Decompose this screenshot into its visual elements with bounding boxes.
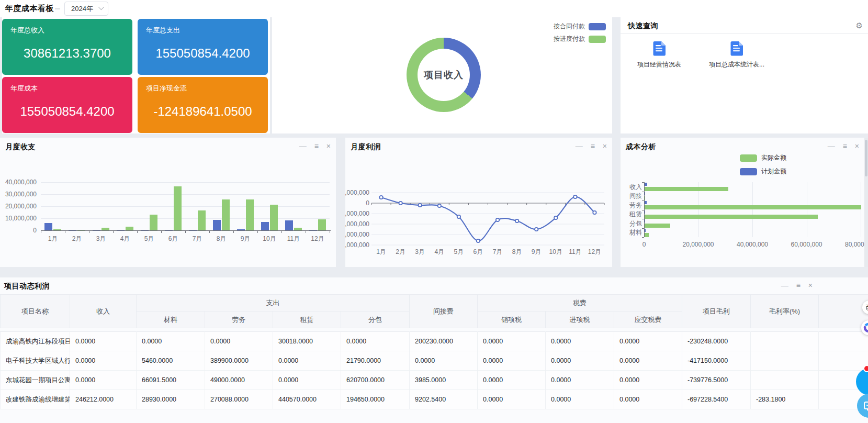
table-cell: 200230.0000 [410,332,478,351]
bar [44,223,52,230]
table-cell: 0.0000 [341,332,410,351]
table-cell: 0.0000 [478,332,546,351]
table-row: 电子科技大学区域人行0.00005460.0000389900.00000.00… [1,351,868,371]
legend-item[interactable]: 按合同付款 [554,22,606,31]
bar [309,230,317,230]
bar [645,210,645,214]
scrollbar-thumb[interactable] [865,140,867,176]
bar [77,230,85,230]
axis-tick [642,182,644,183]
table-cell: 270088.0000 [205,390,273,409]
x-axis-tick-label: 5月 [137,235,161,243]
column-header: 租赁 [273,311,341,328]
document-icon [730,41,744,56]
table-cell [751,351,819,371]
axis-tick [209,231,210,233]
bar [93,230,100,230]
donut-chart: 项目收入 [407,38,481,112]
legend-color-chip [589,23,606,30]
bar [246,199,254,230]
kpi-section: 年度总收入30861213.3700年度总支出155050854.4200年度成… [2,17,270,133]
notification-dot [863,365,868,372]
table-cell: 28930.0000 [137,390,205,409]
quick-query-item-label: 项目经营情况表 [637,60,681,69]
x-axis-tick-label: 4月 [113,235,137,243]
monthly-inout-panel: 月度收支 —≡× 40,000,00030,000,00020,000,0001… [0,138,336,267]
menu-icon[interactable]: ≡ [796,282,801,294]
column-header: 项目毛利 [682,295,751,328]
cost-analysis-panel: 成本分析 —≡× 实际金额计划金额020,000,00040,000,00060… [621,138,864,267]
quick-query-panel: 快速查询 ⚙ 项目经营情况表 项目总成本统计表... [621,17,868,133]
bar [645,183,647,186]
bar [69,230,76,230]
axis-tick [41,231,41,233]
bar [645,224,670,228]
bar [645,192,645,195]
table-cell: 0.0000 [546,332,614,351]
project-profit-table: 项目名称收入支出间接费税费项目毛利毛利率(%)材料劳务租赁分包销项税进项税应交税… [0,294,868,409]
close-icon[interactable]: × [808,282,813,294]
svg-text:4月: 4月 [434,248,444,255]
svg-text:9月: 9月 [532,248,542,255]
table-cell: 0.0000 [614,390,682,409]
gear-icon[interactable]: ⚙ [856,21,863,33]
svg-text:,000,000: ,000,000 [345,231,369,238]
table-cell: 440570.0000 [273,390,341,409]
table-head: 项目名称收入支出间接费税费项目毛利毛利率(%)材料劳务租赁分包销项税进项税应交税… [1,295,868,328]
table-cell: 0.0000 [478,371,546,390]
legend-item[interactable]: 实际金额 [740,153,786,162]
axis-tick [642,201,644,201]
year-select-value: 2024年 [71,4,93,14]
kpi-card: 项目净现金流-124189641.0500 [138,77,268,133]
column-header: 销项税 [478,311,546,328]
legend-label: 按进度付款 [554,35,585,43]
header-row: 项目名称收入支出间接费税费项目毛利毛利率(%) [1,295,868,311]
minimize-icon[interactable]: — [781,282,788,294]
table-cell: 0.0000 [546,371,614,390]
scrollbar[interactable] [864,138,868,267]
axis-tick [113,231,114,233]
column-header: 间接费 [410,295,478,328]
quick-query-item[interactable]: 项目总成本统计表... [705,41,768,69]
bar [645,187,728,191]
x-axis-tick-label: 80,000,000 [837,241,868,248]
y-axis-tick-label: 0 [0,227,37,234]
column-header: 分包 [341,311,410,328]
x-axis-tick-label: 40,000,000 [729,241,776,248]
svg-text:3月: 3月 [415,248,425,255]
column-header: 应交税费 [614,311,682,328]
svg-text:10月: 10月 [549,248,562,255]
svg-text:,000,000: ,000,000 [345,189,369,196]
table-cell: 0.0000 [546,390,614,409]
y-axis-tick-label: 20,000,000 [0,203,37,210]
line-chart-svg: ,000,0000,000,000,000,000,000,000,000,00… [345,138,612,267]
axis-tick [642,228,644,229]
y-axis-tick-label: 10,000,000 [0,215,37,222]
quick-query-item-label: 项目总成本统计表... [709,60,764,69]
svg-text:,000,000: ,000,000 [345,241,369,249]
table-cell: -417150.0000 [682,351,751,371]
axis-tick [137,231,138,233]
legend-item[interactable]: 按进度付款 [554,35,606,43]
table-row: 成渝高铁内江标段项目0.00000.00000.000030018.00000.… [1,332,868,351]
year-select[interactable]: 2024年 [64,2,108,16]
gridline [41,194,330,195]
legend-label: 计划金额 [761,167,786,176]
table-cell: 49000.0000 [205,371,273,390]
bar [645,229,646,232]
panel-header: 项目动态利润 —≡× [0,277,868,294]
x-axis-tick-label: 11月 [281,235,306,243]
legend-item[interactable]: 计划金额 [740,167,786,176]
title-dash [55,8,60,9]
bar [150,215,157,230]
quick-query-item[interactable]: 项目经营情况表 [628,41,691,69]
svg-text:1月: 1月 [376,248,386,255]
project-income-donut-panel: 按合同付款按进度付款 项目收入 [272,17,612,133]
x-axis-tick-label: 6月 [161,235,185,243]
x-axis-tick-label: 60,000,000 [783,241,830,248]
x-axis-tick-label: 9月 [233,235,257,243]
monthly-profit-panel: 月度利润 —≡× ,000,0000,000,000,000,000,000,0… [345,138,612,267]
bar [174,186,182,230]
y-axis-tick-label: 租赁 [621,210,642,219]
table-cell: 0.0000 [273,371,341,390]
